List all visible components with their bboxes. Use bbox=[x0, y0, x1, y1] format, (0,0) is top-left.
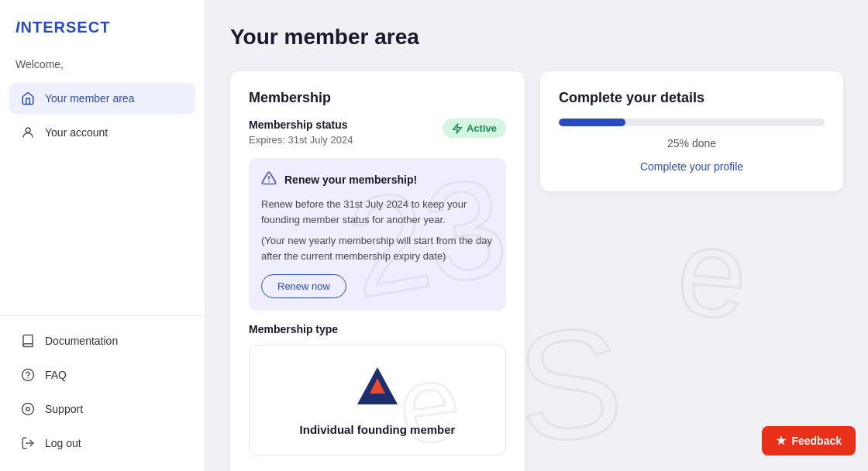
sidebar-item-member-area[interactable]: Your member area bbox=[9, 83, 195, 114]
sidebar-item-account[interactable]: Your account bbox=[9, 117, 195, 148]
progress-percent-label: 25% done bbox=[559, 137, 825, 150]
details-card: Complete your details 25% done Complete … bbox=[540, 71, 843, 191]
main-content: 23 S e e Your member area Membership Mem… bbox=[205, 0, 868, 471]
sidebar-item-label-faq: FAQ bbox=[45, 369, 67, 381]
details-card-title: Complete your details bbox=[559, 90, 825, 106]
manage-membership-link[interactable]: Manage membership bbox=[249, 468, 506, 471]
sidebar-nav-top: Your member area Your account bbox=[0, 83, 205, 315]
progress-bar-fill bbox=[559, 119, 625, 126]
membership-type-name: Individual founding member bbox=[268, 423, 487, 436]
svg-marker-10 bbox=[453, 124, 462, 133]
renewal-banner: Renew your membership! Renew before the … bbox=[249, 158, 506, 311]
sidebar-welcome: Welcome, bbox=[0, 58, 205, 83]
logo: INTERSECT bbox=[0, 0, 205, 58]
renew-now-button[interactable]: Renew now bbox=[261, 274, 346, 298]
renewal-title: Renew your membership! bbox=[284, 174, 417, 186]
sidebar-item-logout[interactable]: Log out bbox=[9, 428, 195, 459]
home-icon bbox=[20, 91, 36, 106]
book-icon bbox=[20, 333, 36, 349]
renewal-text-2: (Your new yearly membership will start f… bbox=[261, 233, 494, 263]
renewal-text-1: Renew before the 31st July 2024 to keep … bbox=[261, 197, 494, 227]
badge-label: Active bbox=[467, 122, 497, 134]
svg-point-3 bbox=[22, 404, 34, 415]
sidebar-item-label-logout: Log out bbox=[45, 437, 81, 449]
membership-card: Membership Membership status Expires: 31… bbox=[230, 71, 525, 471]
sidebar-item-support[interactable]: Support bbox=[9, 394, 195, 425]
sidebar-item-documentation[interactable]: Documentation bbox=[9, 325, 195, 356]
feedback-label: Feedback bbox=[791, 435, 842, 447]
membership-type-label: Membership type bbox=[249, 323, 506, 335]
complete-profile-link[interactable]: Complete your profile bbox=[559, 160, 825, 173]
membership-status-info: Membership status Expires: 31st July 202… bbox=[249, 119, 353, 146]
logout-icon bbox=[20, 435, 36, 451]
logo-text: INTERSECT bbox=[16, 19, 110, 36]
founding-member-icon bbox=[354, 364, 401, 411]
membership-expires: Expires: 31st July 2024 bbox=[249, 134, 353, 146]
sidebar-item-faq[interactable]: FAQ bbox=[9, 359, 195, 390]
sidebar-item-label-member-area: Your member area bbox=[45, 92, 134, 105]
lightning-icon bbox=[452, 123, 463, 134]
svg-point-4 bbox=[26, 407, 30, 411]
membership-type-card: Individual founding member bbox=[249, 345, 506, 456]
svg-point-0 bbox=[26, 128, 30, 132]
sidebar: INTERSECT Welcome, Your member area Your bbox=[0, 0, 205, 471]
faq-icon bbox=[20, 367, 36, 383]
star-icon: ★ bbox=[776, 434, 786, 448]
warning-icon bbox=[261, 170, 277, 189]
membership-status-row: Membership status Expires: 31st July 202… bbox=[249, 119, 506, 146]
sidebar-item-label-support: Support bbox=[45, 403, 83, 415]
sidebar-item-label-account: Your account bbox=[45, 126, 108, 139]
renewal-header: Renew your membership! bbox=[261, 170, 494, 189]
membership-status-label: Membership status bbox=[249, 119, 353, 131]
sidebar-nav-bottom: Documentation FAQ Support bbox=[0, 315, 205, 471]
feedback-button[interactable]: ★ Feedback bbox=[762, 426, 856, 456]
membership-card-title: Membership bbox=[249, 90, 506, 106]
progress-bar-container bbox=[559, 119, 825, 126]
support-icon bbox=[20, 401, 36, 417]
active-badge: Active bbox=[443, 119, 506, 138]
content-grid: Membership Membership status Expires: 31… bbox=[230, 71, 843, 471]
sidebar-item-label-docs: Documentation bbox=[45, 335, 118, 347]
page-title: Your member area bbox=[230, 25, 843, 50]
account-icon bbox=[20, 125, 36, 140]
